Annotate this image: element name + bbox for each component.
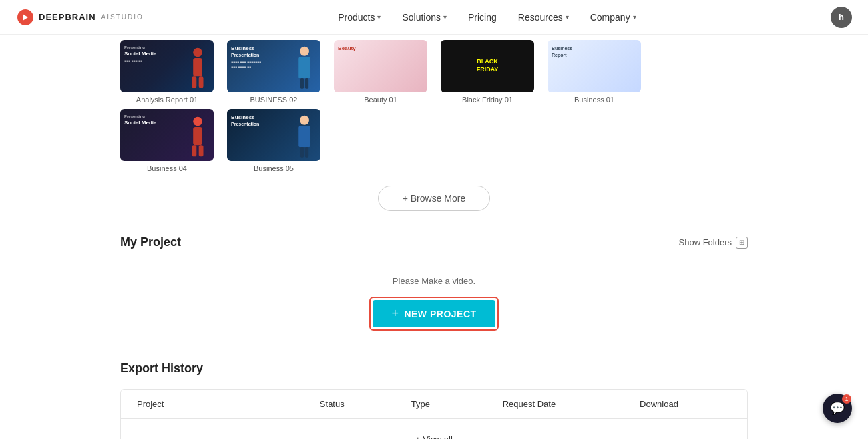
resources-chevron-icon: ▾ [566,13,569,21]
browse-more-container: + Browse More [120,186,748,211]
export-table: Project Status Type Request Date Downloa… [120,389,748,439]
svg-rect-10 [192,145,197,156]
svg-rect-14 [300,147,304,158]
main-content: Presenting Social Media ■■■ ■■■ ■■ Analy… [0,35,868,439]
new-project-plus-icon: + [391,307,399,321]
card-text-business01: BusinessReport [552,45,572,59]
chat-icon: 💬 [830,401,845,416]
solutions-chevron-icon: ▾ [443,13,447,21]
company-chevron-icon: ▾ [633,13,636,21]
template-label-analysis: Analysis Report 01 [136,96,198,104]
template-thumb-business02: Business Presentation ■■■■ ■■■ ■■■■■■■■■… [227,40,320,92]
export-history-section: Export History Project Status Type Reque… [120,361,748,439]
template-thumb-business05: Business Presentation [227,109,320,161]
template-thumb-analysis: Presenting Social Media ■■■ ■■■ ■■ [120,40,214,92]
view-all-button[interactable]: + View all [415,434,453,440]
svg-rect-5 [298,57,310,79]
templates-section: Presenting Social Media ■■■ ■■■ ■■ Analy… [120,35,748,172]
template-label-business01: Business 01 [574,96,614,104]
template-card-analysis-report[interactable]: Presenting Social Media ■■■ ■■■ ■■ Analy… [120,40,214,104]
project-empty-text: Please Make a video. [393,276,475,286]
person-silhouette-analysis [186,47,210,92]
chat-bubble-button[interactable]: 💬 1 [823,394,852,423]
logo-icon [16,8,35,27]
person-silhouette-business04 [186,116,210,161]
new-project-label: NEW PROJECT [404,309,476,319]
nav-products[interactable]: Products ▾ [338,12,381,23]
logo-sub: AISTUDIO [101,13,144,21]
svg-rect-2 [192,76,197,88]
template-card-blackfriday[interactable]: BLACKFRIDAY Black Friday 01 [441,40,534,104]
template-thumb-business01: BusinessReport [548,40,641,92]
export-history-title: Export History [120,361,203,376]
browse-more-button[interactable]: + Browse More [378,186,491,211]
chat-notification-badge: 1 [842,394,851,404]
template-row-1: Presenting Social Media ■■■ ■■■ ■■ Analy… [120,40,748,104]
svg-rect-1 [193,58,202,76]
user-avatar[interactable]: h [831,7,852,28]
export-table-body: + View all [121,419,747,439]
template-row-2: Presenting Social Media Business 04 [120,109,748,172]
my-project-title: My Project [120,235,181,249]
template-card-beauty01[interactable]: Beauty Beauty 01 [334,40,427,104]
project-empty-state: Please Make a video. + NEW PROJECT [120,263,748,337]
col-type: Type [411,399,503,409]
template-card-business02[interactable]: Business Presentation ■■■■ ■■■ ■■■■■■■■■… [227,40,320,104]
svg-point-8 [193,117,202,126]
svg-rect-13 [298,126,310,148]
col-request-date: Request Date [503,399,640,409]
col-status: Status [320,399,411,409]
card-text-business05: Business Presentation [231,114,259,127]
template-thumb-business04: Presenting Social Media [120,109,214,161]
template-card-business04[interactable]: Presenting Social Media Business 04 [120,109,214,172]
show-folders-button[interactable]: Show Folders ⊞ [679,237,748,249]
products-chevron-icon: ▾ [377,13,381,21]
template-card-business01[interactable]: BusinessReport Business 01 [548,40,641,104]
template-label-blackfriday: Black Friday 01 [462,96,513,104]
export-table-header: Project Status Type Request Date Downloa… [121,390,747,419]
svg-rect-9 [193,127,202,145]
svg-rect-6 [300,78,304,89]
person-silhouette-business05 [291,114,318,161]
card-text-blackfriday: BLACKFRIDAY [441,40,534,92]
export-history-header: Export History [120,361,748,376]
nav-company[interactable]: Company ▾ [590,12,636,23]
svg-rect-11 [199,145,204,156]
col-project: Project [137,399,320,409]
logo-brand: DEEPBRAIN [39,12,96,22]
card-text-beauty: Beauty [338,45,356,51]
template-label-business05: Business 05 [254,164,294,172]
card-text-business02: Business Presentation ■■■■ ■■■ ■■■■■■■■■… [231,45,261,69]
template-label-business04: Business 04 [147,164,187,172]
template-card-business05[interactable]: Business Presentation Business 05 [227,109,320,172]
card-text-analysis: Presenting Social Media ■■■ ■■■ ■■ [124,45,156,63]
svg-rect-15 [305,147,308,158]
col-download: Download [640,399,731,409]
nav-solutions[interactable]: Solutions ▾ [402,12,447,23]
svg-point-4 [300,47,309,56]
svg-point-0 [193,48,202,57]
template-label-business02: BUSINESS 02 [250,96,298,104]
folders-grid-icon: ⊞ [736,237,748,249]
person-silhouette-business02 [291,45,318,92]
new-project-button[interactable]: + NEW PROJECT [373,300,495,327]
my-project-section: My Project Show Folders ⊞ Please Make a … [120,235,748,337]
template-thumb-blackfriday: BLACKFRIDAY [441,40,534,92]
show-folders-label: Show Folders [679,237,732,247]
logo[interactable]: DEEPBRAIN AISTUDIO [16,8,144,27]
nav-links: Products ▾ Solutions ▾ Pricing Resources… [338,12,636,23]
my-project-header: My Project Show Folders ⊞ [120,235,748,249]
new-project-btn-wrapper: + NEW PROJECT [369,297,498,331]
svg-rect-3 [199,76,204,88]
template-thumb-beauty01: Beauty [334,40,427,92]
nav-resources[interactable]: Resources ▾ [518,12,569,23]
card-text-business04: Presenting Social Media [124,114,156,126]
template-label-beauty01: Beauty 01 [364,96,397,104]
navbar: DEEPBRAIN AISTUDIO Products ▾ Solutions … [0,0,868,35]
nav-pricing[interactable]: Pricing [468,12,497,23]
svg-point-12 [300,116,309,125]
svg-rect-7 [305,78,308,89]
